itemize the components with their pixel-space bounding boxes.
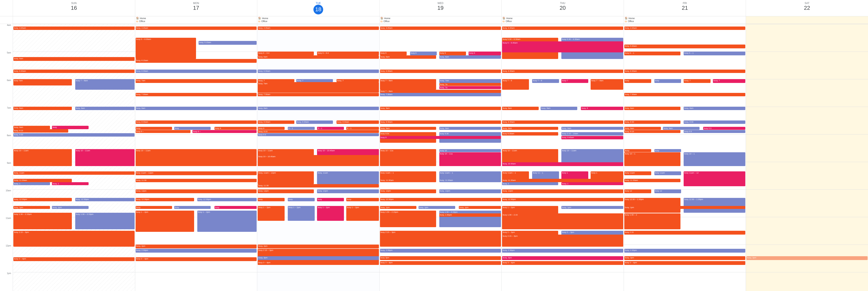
event-sun-busy-630am[interactable]: busy, 6:30am [13, 69, 134, 73]
event-sun-busy-6am[interactable]: busy, 6am [13, 57, 134, 61]
event-mon-1pm-c[interactable]: busy [214, 206, 257, 209]
event-sun-busy-1pm-b[interactable]: busy, 1pm [52, 206, 89, 209]
event-tue-7am-tall[interactable]: busy, 7am [258, 82, 379, 93]
event-wed-230pm[interactable]: busy, 2:30pm [380, 249, 501, 253]
event-wed-8am[interactable]: busy, 8am [380, 107, 501, 110]
event-tue-1230-b[interactable]: busy [288, 198, 315, 201]
event-thu-7-9-b[interactable]: busy 7 – 8 [532, 79, 559, 83]
event-wed-6am-a[interactable]: busy, 6am [380, 55, 436, 59]
event-fri-11am-a[interactable]: busy 11am [624, 171, 651, 175]
event-thu-12pm[interactable]: busy, 12pm [502, 190, 623, 193]
event-fri-1130-a[interactable]: busy, 11:30am [624, 179, 680, 182]
event-thu-9am-b[interactable]: busy, 9am [561, 127, 623, 130]
event-tue-6am[interactable]: busy, 6am [258, 55, 379, 59]
event-thu-1130[interactable]: busy, 11:30am [502, 179, 623, 182]
event-fri-215[interactable]: busy 2:15 [624, 231, 745, 235]
event-mon-11am[interactable]: busy 11am – 12pm [135, 171, 257, 175]
event-thu-930-a[interactable]: busy 9:30am [502, 132, 558, 136]
event-fri-830-a[interactable]: busy, 8:30 [624, 120, 680, 124]
event-sat-3pm[interactable]: busy, 3pm [746, 256, 868, 260]
event-mon-9am-c[interactable]: busy 9 [214, 127, 257, 130]
event-mon-2pm[interactable]: busy, 2pm [135, 244, 257, 249]
event-fri-530am[interactable]: busy, 5:30am [624, 45, 745, 48]
event-wed-1130-a[interactable]: busy, 11:30am [380, 179, 436, 182]
event-mon-10-11[interactable]: busy 10 – 11am [135, 149, 257, 166]
event-tue-730am[interactable]: busy, 7:30am [258, 93, 379, 96]
event-sun-busy-1pm-a[interactable]: busy, 1pm [13, 206, 50, 209]
event-tue-9am-d[interactable]: 9 – 1 [346, 127, 379, 130]
event-sun-busy-11b[interactable]: busy, 1 [13, 182, 50, 185]
event-fri-7am-b[interactable]: busy [654, 79, 681, 83]
event-sun-busy-9am-a[interactable]: busy, 9am [13, 126, 50, 129]
event-tue-6-64[interactable]: busy 6 – 6:4 [258, 52, 314, 55]
event-fri-9am-b[interactable]: busy, 9am [663, 127, 700, 130]
event-fri-1pm[interactable]: busy, 1pm [624, 206, 745, 209]
event-wed-12pm-b[interactable]: busy, 12pm [439, 190, 501, 193]
event-mon-1230[interactable]: busy, 12:30pm [135, 198, 194, 201]
event-fri-630am[interactable]: busy, 6:30am [624, 69, 745, 73]
event-mon-8am[interactable]: busy, 8am [135, 107, 257, 110]
event-wed-12pm-a[interactable]: busy, 12pm [380, 190, 436, 193]
event-thu-11-a[interactable]: busy, 1 [502, 182, 558, 185]
event-thu-830am[interactable]: busy, 8:30am [502, 120, 623, 124]
event-thu-7am-d[interactable]: busy 7 – 8am [591, 79, 623, 90]
event-thu-445am[interactable]: busy, 4:45am [502, 27, 623, 30]
event-tue-830-c[interactable]: busy, 8:30am [337, 120, 379, 124]
event-wed-830am[interactable]: busy, 8:30am [380, 120, 501, 124]
event-wed-6-64-b[interactable]: busy 6 [410, 52, 437, 55]
event-wed-6-64-d[interactable]: busy 6 [469, 52, 501, 55]
event-tue-1-2-b[interactable]: busy 1 – 2pm [288, 206, 315, 221]
event-wed-730am[interactable]: busy, 7:30am [380, 93, 501, 96]
event-sun-busy-445am[interactable]: busy, 4:45am [13, 27, 134, 30]
event-mon-busy-445am[interactable]: busy, 4:45am [135, 27, 257, 30]
event-thu-630am[interactable]: busy, 6:30am [502, 69, 623, 73]
event-wed-630am[interactable]: busy, 6:30am [380, 69, 501, 73]
event-tue-9am-c[interactable]: 9 – 1 [317, 127, 344, 130]
event-tue-11am-a[interactable]: busy, 11am – 12pm [258, 171, 314, 184]
event-mon-830am[interactable]: busy, 8:30am [135, 120, 257, 124]
event-fri-12pm-a[interactable]: busy 12 [624, 190, 651, 193]
event-thu-1230[interactable]: busy, 12:30pm [502, 198, 623, 201]
event-fri-915-b[interactable]: busy 0:3 [684, 130, 745, 133]
event-wed-9am-a[interactable]: busy, 9am [380, 127, 436, 130]
event-mon-1-2[interactable]: busy 1 – 2pm [135, 211, 194, 232]
event-wed-445am[interactable]: busy, 4:45am [380, 27, 501, 30]
event-mon-515am[interactable]: busy, 5:15am [198, 41, 257, 45]
event-tue-2pm[interactable]: busy, 2pm [258, 244, 379, 249]
event-mon-1130[interactable]: busy, 11:30 [135, 179, 257, 182]
event-sun-busy-10am-b[interactable]: busy 10 – 11am [75, 149, 134, 166]
event-fri-8am-b[interactable]: busy, 8am [684, 107, 745, 110]
event-fri-10-11-b[interactable]: busy 10 – 1 [684, 152, 745, 166]
event-fri-7am-c[interactable]: busy, 7 [684, 79, 711, 83]
event-tue-12pm-b[interactable]: busy, 12pm [317, 190, 379, 193]
event-mon-7am[interactable]: busy, 7am [135, 79, 257, 83]
event-sun-busy-915[interactable]: busy, 9:15 [13, 129, 68, 133]
event-thu-930-b[interactable]: busy 2:15 – 10am [561, 132, 623, 136]
event-tue-1-2-a[interactable]: busy 1 – 2pm [258, 206, 285, 221]
event-mon-9am-a[interactable]: busy [135, 127, 172, 130]
event-wed-6-64-c[interactable]: busy 6 [439, 52, 466, 55]
event-wed-130pm[interactable]: busy, 1:30pm [439, 213, 501, 217]
event-wed-6am-b[interactable]: busy, 6am [439, 55, 501, 59]
event-fri-445am[interactable]: busy, 4:45am [624, 27, 745, 30]
event-wed-7am-c[interactable]: busy, 7a [439, 83, 501, 86]
event-mon-1pm-a[interactable]: busy [135, 206, 172, 209]
event-tue-1-2-d[interactable]: busy 1 – 2pm [346, 206, 379, 221]
event-sun-busy-11c[interactable]: busy, 1 [52, 182, 89, 185]
event-fri-130-2-a[interactable]: busy 1:30 – 2 [624, 213, 680, 229]
event-tue-3-4pm[interactable]: busy 3 – 4pm [258, 261, 379, 265]
event-fri-9am-a[interactable]: busy, 9am [624, 127, 661, 130]
event-wed-7-8-a[interactable]: busy 7 – 8am [380, 79, 436, 90]
event-thu-3pm[interactable]: busy, 3pm [502, 256, 623, 260]
event-sun-1-30[interactable]: busy 1:30 – 2:15pm [13, 213, 72, 229]
event-mon-730am[interactable]: busy, 7:30am [135, 93, 257, 96]
event-thu-8am-a[interactable]: busy, 8am [502, 107, 539, 110]
event-tue-930[interactable]: busy 0:3 [258, 133, 379, 136]
event-tue-7am-c[interactable]: busy, 7 [337, 79, 379, 82]
event-sun-busy-1130a[interactable]: busy, 11:30am [13, 179, 72, 182]
event-fri-7am-a[interactable]: busy [624, 79, 651, 83]
event-sun-busy-1230[interactable]: busy, 12:30pm [13, 198, 72, 201]
event-tue-1230-d[interactable]: busy [346, 198, 379, 201]
event-mon-230pm[interactable]: busy, 2:30pm [135, 249, 257, 253]
event-thu-3-4pm[interactable]: busy 3 – 4pm [502, 261, 623, 265]
